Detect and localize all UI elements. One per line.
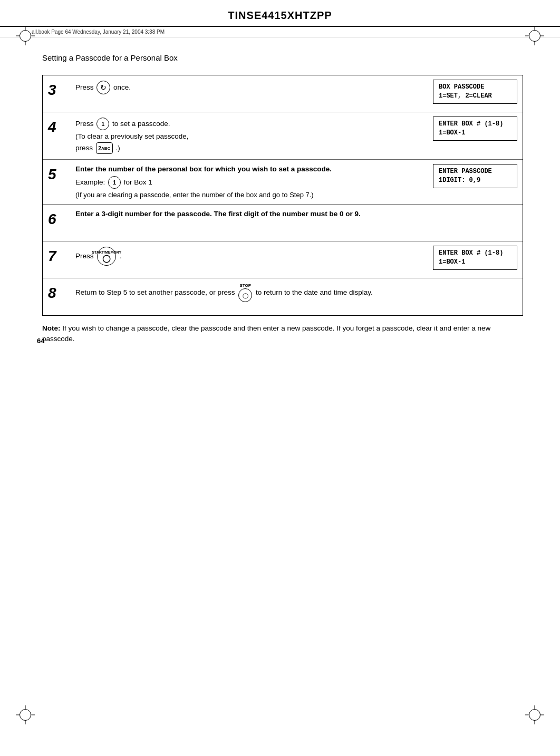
note-label: Note: xyxy=(42,324,61,332)
corner-decoration-br xyxy=(525,705,544,724)
step-6-number: 6 xyxy=(43,205,69,241)
page-header: TINSE4415XHTZPP xyxy=(0,0,560,27)
instruction-box: 3 Press ↻ once. BOX PASSCODE 1=SET, 2=CL… xyxy=(42,75,523,316)
stop-button-step8: STOP ◯ xyxy=(238,284,252,302)
button-1-step5: 1 xyxy=(108,176,121,189)
step-5-row: 5 Enter the number of the personal box f… xyxy=(43,160,523,205)
step-5-content: Enter the number of the personal box for… xyxy=(69,160,417,204)
book-info: all.book Page 64 Wednesday, January 21, … xyxy=(0,27,560,37)
section-title-text: Setting a Passcode for a Personal Box xyxy=(42,53,178,62)
book-info-text: all.book Page 64 Wednesday, January 21, … xyxy=(32,29,165,35)
step-8-row: 8 Return to Step 5 to set another passco… xyxy=(43,278,523,315)
page-number: 64 xyxy=(37,337,44,345)
corner-decoration-bl xyxy=(16,705,35,724)
button-2abc-step4: 2ABC xyxy=(96,142,113,154)
step-4-number: 4 xyxy=(43,112,69,159)
note-text: If you wish to change a passcode, clear … xyxy=(42,324,490,343)
start-memory-button-step7: START/MEMORY ◯ xyxy=(97,247,116,266)
step-5-display: ENTER PASSCODE 1DIGIT: 0,9 xyxy=(417,160,523,204)
step-7-display: ENTER BOX # (1-8) 1=BOX-1 xyxy=(417,241,523,278)
step-6-row: 6 Enter a 3-digit number for the passcod… xyxy=(43,205,523,241)
step-3-content: Press ↻ once. xyxy=(69,75,417,112)
step-3-display: BOX PASSCODE 1=SET, 2=CLEAR xyxy=(417,75,523,112)
lcd-display-step4: ENTER BOX # (1-8) 1=BOX-1 xyxy=(433,117,517,141)
step-3-row: 3 Press ↻ once. BOX PASSCODE 1=SET, 2=CL… xyxy=(43,75,523,112)
step-6-content: Enter a 3-digit number for the passcode.… xyxy=(69,205,523,241)
step-3-number: 3 xyxy=(43,75,69,112)
lcd-display-step3: BOX PASSCODE 1=SET, 2=CLEAR xyxy=(433,80,517,104)
lcd-display-step7: ENTER BOX # (1-8) 1=BOX-1 xyxy=(433,246,517,270)
step-7-number: 7 xyxy=(43,241,69,278)
step-4-content: Press 1 to set a passcode. (To clear a p… xyxy=(69,112,417,159)
page-content: Setting a Passcode for a Personal Box 3 … xyxy=(0,37,560,366)
step-7-row: 7 Press START/MEMORY ◯ . ENTER BOX # (1-… xyxy=(43,241,523,278)
button-1-step4: 1 xyxy=(96,118,109,130)
step-7-content: Press START/MEMORY ◯ . xyxy=(69,241,417,278)
step-4-display: ENTER BOX # (1-8) 1=BOX-1 xyxy=(417,112,523,159)
step-8-content: Return to Step 5 to set another passcode… xyxy=(69,278,523,315)
page-title: TINSE4415XHTZPP xyxy=(228,9,332,21)
step-5-number: 5 xyxy=(43,160,69,204)
arrow-button-step3: ↻ xyxy=(96,81,110,94)
section-title: Setting a Passcode for a Personal Box xyxy=(42,53,523,62)
step-8-number: 8 xyxy=(43,278,69,315)
step-4-row: 4 Press 1 to set a passcode. (To clear a… xyxy=(43,112,523,160)
note-section: Note: If you wish to change a passcode, … xyxy=(42,316,523,345)
lcd-display-step5: ENTER PASSCODE 1DIGIT: 0,9 xyxy=(433,164,517,188)
